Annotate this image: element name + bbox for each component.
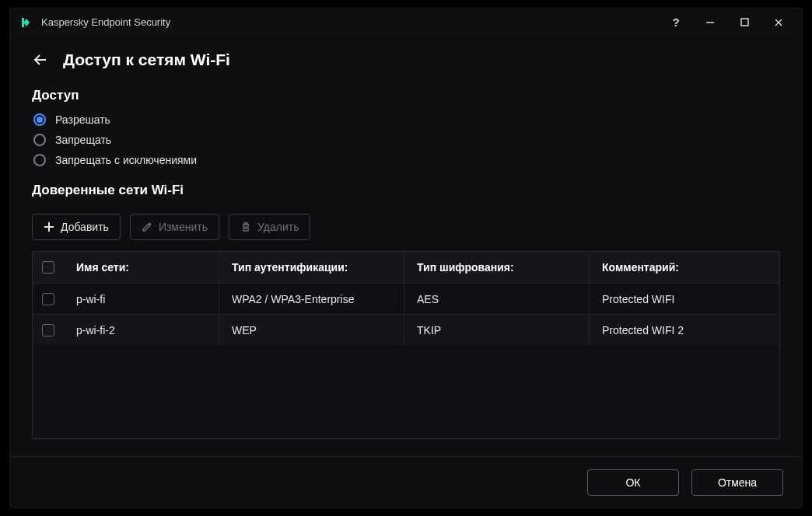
minimize-button[interactable] <box>693 9 727 37</box>
table-row[interactable]: p-wi-fi WPA2 / WPA3-Enterprise AES Prote… <box>33 283 779 314</box>
radio-label: Запрещать <box>55 134 111 146</box>
access-radio-deny[interactable]: Запрещать <box>33 130 780 150</box>
ok-button-label: ОК <box>625 476 640 489</box>
footer: ОК Отмена <box>10 456 802 507</box>
select-all-checkbox[interactable] <box>42 261 54 274</box>
cell-enc: AES <box>404 284 590 314</box>
radio-label: Разрешать <box>55 113 110 126</box>
row-checkbox[interactable] <box>42 324 54 336</box>
table-header: Имя сети: Тип аутентификации: Тип шифров… <box>33 252 779 283</box>
page-title: Доступ к сетям Wi-Fi <box>63 51 230 69</box>
content-area: Доступ к сетям Wi-Fi Доступ Разрешать За… <box>10 37 802 456</box>
edit-button[interactable]: Изменить <box>130 214 219 240</box>
access-radio-group: Разрешать Запрещать Запрещать с исключен… <box>32 110 780 170</box>
trusted-section-title: Доверенные сети Wi-Fi <box>32 183 780 198</box>
col-comment[interactable]: Комментарий: <box>590 252 779 283</box>
delete-button[interactable]: Удалить <box>229 214 310 240</box>
add-button[interactable]: Добавить <box>32 214 121 240</box>
help-button[interactable]: ? <box>659 9 693 37</box>
back-button[interactable] <box>32 51 49 68</box>
cell-auth: WEP <box>219 315 404 345</box>
cell-auth: WPA2 / WPA3-Enterprise <box>219 284 404 314</box>
radio-label: Запрещать с исключениями <box>55 154 197 166</box>
access-section-title: Доступ <box>32 88 780 103</box>
radio-icon <box>33 154 46 166</box>
app-logo-icon <box>19 16 33 30</box>
titlebar: Kaspersky Endpoint Security ? <box>10 9 802 37</box>
cell-comment: Protected WIFI <box>590 284 779 314</box>
page-header: Доступ к сетям Wi-Fi <box>32 51 780 69</box>
app-title: Kaspersky Endpoint Security <box>41 16 170 28</box>
radio-icon <box>33 113 46 126</box>
row-checkbox[interactable] <box>42 293 54 305</box>
trash-icon <box>240 221 251 232</box>
wifi-table: Имя сети: Тип аутентификации: Тип шифров… <box>32 251 780 439</box>
delete-button-label: Удалить <box>257 221 299 233</box>
access-radio-allow[interactable]: Разрешать <box>33 110 780 130</box>
toolbar: Добавить Изменить Удалить <box>32 214 780 240</box>
cell-name: p-wi-fi <box>64 284 219 314</box>
ok-button[interactable]: ОК <box>587 469 679 496</box>
table-row[interactable]: p-wi-fi-2 WEP TKIP Protected WIFI 2 <box>33 314 779 345</box>
cell-enc: TKIP <box>404 315 590 345</box>
close-button[interactable] <box>761 9 796 37</box>
radio-icon <box>33 134 46 146</box>
cell-comment: Protected WIFI 2 <box>590 315 779 345</box>
svg-rect-1 <box>741 19 748 26</box>
app-window: Kaspersky Endpoint Security ? Доступ к с… <box>9 8 803 508</box>
cell-name: p-wi-fi-2 <box>64 315 219 345</box>
cancel-button-label: Отмена <box>718 476 757 489</box>
access-radio-deny-except[interactable]: Запрещать с исключениями <box>33 150 780 170</box>
cancel-button[interactable]: Отмена <box>691 469 783 496</box>
col-name[interactable]: Имя сети: <box>64 252 219 283</box>
edit-button-label: Изменить <box>159 221 208 233</box>
plus-icon <box>44 221 54 232</box>
maximize-button[interactable] <box>727 9 761 37</box>
col-enc[interactable]: Тип шифрования: <box>404 252 590 283</box>
add-button-label: Добавить <box>61 221 109 233</box>
pencil-icon <box>142 221 152 232</box>
col-auth[interactable]: Тип аутентификации: <box>219 252 404 283</box>
